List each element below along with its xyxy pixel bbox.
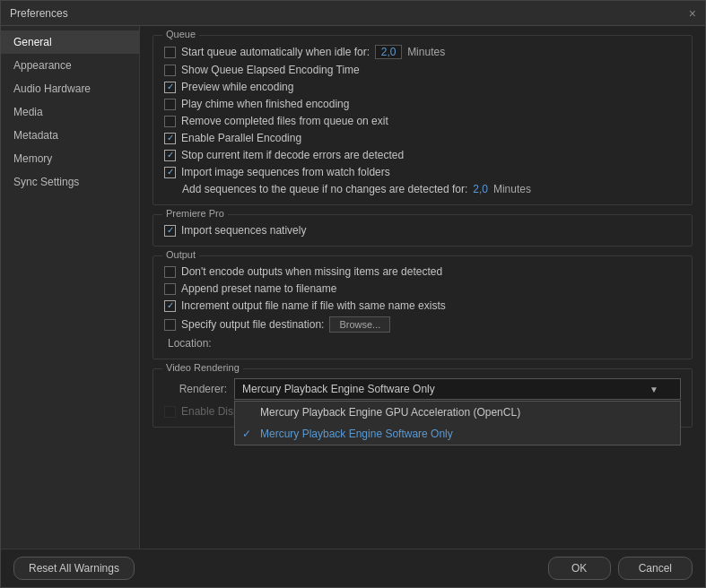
add-sequences-label: Add sequences to the queue if no changes…	[182, 183, 467, 195]
import-sequences-label: Import image sequences from watch folder…	[181, 166, 390, 178]
sidebar-item-metadata[interactable]: Metadata	[1, 124, 139, 147]
renderer-option-gpu[interactable]: Mercury Playback Engine GPU Acceleration…	[235, 402, 680, 423]
dialog-buttons: OK Cancel	[548, 557, 693, 580]
sidebar: General Appearance Audio Hardware Media …	[1, 26, 140, 549]
dont-encode-label: Don't encode outputs when missing items …	[181, 265, 442, 278]
add-sequences-row: Add sequences to the queue if no changes…	[182, 183, 681, 195]
sidebar-item-audio-hardware[interactable]: Audio Hardware	[1, 77, 139, 100]
stop-current-row: Stop current item if decode errors are d…	[164, 149, 681, 161]
add-sequences-value: 2,0	[473, 183, 488, 195]
output-section: Output Don't encode outputs when missing…	[153, 255, 693, 359]
stop-current-checkbox[interactable]	[164, 150, 176, 161]
import-sequences-checkbox[interactable]	[164, 167, 176, 178]
play-chime-label: Play chime when finished encoding	[181, 98, 349, 110]
gpu-option-label: Mercury Playback Engine GPU Acceleration…	[260, 406, 520, 419]
show-elapsed-row: Show Queue Elapsed Encoding Time	[164, 64, 681, 76]
window-title: Preferences	[10, 7, 68, 20]
renderer-current-value: Mercury Playback Engine Software Only	[242, 383, 435, 395]
cancel-button[interactable]: Cancel	[618, 557, 693, 580]
sidebar-item-media[interactable]: Media	[1, 100, 139, 124]
add-sequences-suffix: Minutes	[493, 183, 531, 195]
sidebar-item-sync-settings[interactable]: Sync Settings	[1, 170, 139, 194]
location-label: Location:	[168, 337, 212, 350]
renderer-dropdown-menu: Mercury Playback Engine GPU Acceleration…	[234, 401, 681, 445]
show-elapsed-label: Show Queue Elapsed Encoding Time	[181, 64, 360, 76]
play-chime-row: Play chime when finished encoding	[164, 98, 681, 110]
preview-encoding-row: Preview while encoding	[164, 81, 681, 93]
remove-completed-label: Remove completed files from queue on exi…	[181, 115, 388, 127]
dont-encode-row: Don't encode outputs when missing items …	[164, 265, 681, 278]
append-preset-label: Append preset name to filename	[181, 282, 336, 295]
reset-warnings-button[interactable]: Reset All Warnings	[13, 557, 135, 580]
renderer-dropdown[interactable]: Mercury Playback Engine Software Only ▼	[234, 378, 681, 400]
queue-section-title: Queue	[162, 29, 199, 39]
specify-dest-checkbox[interactable]	[164, 319, 176, 331]
renderer-row: Renderer: Mercury Playback Engine Softwa…	[164, 378, 681, 400]
start-queue-value[interactable]	[375, 45, 402, 59]
increment-output-row: Increment output file name if file with …	[164, 299, 681, 312]
dropdown-arrow-icon: ▼	[649, 385, 658, 394]
display-color-checkbox[interactable]	[164, 406, 176, 418]
import-natively-label: Import sequences natively	[181, 224, 306, 237]
browse-button[interactable]: Browse...	[329, 316, 390, 333]
play-chime-checkbox[interactable]	[164, 99, 176, 110]
preferences-window: Preferences × General Appearance Audio H…	[0, 0, 706, 588]
close-button[interactable]: ×	[689, 7, 696, 20]
premiere-section-title: Premiere Pro	[162, 208, 228, 219]
show-elapsed-checkbox[interactable]	[164, 65, 176, 76]
premiere-section: Premiere Pro Import sequences natively	[153, 214, 693, 246]
video-rendering-section: Video Rendering Renderer: Mercury Playba…	[153, 368, 693, 428]
start-queue-label: Start queue automatically when idle for:	[181, 46, 370, 58]
import-sequences-row: Import image sequences from watch folder…	[164, 166, 681, 178]
specify-dest-label: Specify output file destination:	[181, 318, 324, 331]
location-row: Location:	[164, 337, 681, 350]
stop-current-label: Stop current item if decode errors are d…	[181, 149, 404, 161]
remove-completed-row: Remove completed files from queue on exi…	[164, 115, 681, 127]
import-natively-checkbox[interactable]	[164, 225, 176, 237]
queue-section: Queue Start queue automatically when idl…	[153, 35, 693, 205]
gpu-check-placeholder	[242, 406, 255, 419]
main-content: Queue Start queue automatically when idl…	[140, 26, 705, 549]
append-preset-row: Append preset name to filename	[164, 282, 681, 295]
software-option-label: Mercury Playback Engine Software Only	[260, 428, 453, 440]
renderer-dropdown-container: Mercury Playback Engine Software Only ▼ …	[234, 378, 681, 400]
dont-encode-checkbox[interactable]	[164, 266, 176, 278]
ok-button[interactable]: OK	[548, 557, 611, 580]
software-check-mark: ✓	[242, 428, 255, 440]
renderer-option-software[interactable]: ✓ Mercury Playback Engine Software Only	[235, 423, 680, 445]
titlebar: Preferences ×	[1, 1, 705, 26]
append-preset-checkbox[interactable]	[164, 283, 176, 295]
increment-output-label: Increment output file name if file with …	[181, 299, 446, 312]
sidebar-item-general[interactable]: General	[1, 30, 139, 54]
import-natively-row: Import sequences natively	[164, 224, 681, 237]
start-queue-row: Start queue automatically when idle for:…	[164, 45, 681, 59]
content-area: General Appearance Audio Hardware Media …	[1, 26, 705, 549]
remove-completed-checkbox[interactable]	[164, 116, 176, 127]
preview-encoding-label: Preview while encoding	[181, 81, 293, 93]
output-section-title: Output	[162, 249, 199, 260]
video-rendering-title: Video Rendering	[162, 362, 243, 373]
start-queue-suffix: Minutes	[407, 46, 445, 58]
sidebar-item-memory[interactable]: Memory	[1, 147, 139, 170]
increment-output-checkbox[interactable]	[164, 300, 176, 312]
sidebar-item-appearance[interactable]: Appearance	[1, 54, 139, 77]
enable-parallel-label: Enable Parallel Encoding	[181, 132, 301, 144]
specify-dest-row: Specify output file destination: Browse.…	[164, 316, 681, 333]
start-queue-checkbox[interactable]	[164, 47, 176, 58]
preview-encoding-checkbox[interactable]	[164, 82, 176, 93]
bottom-bar: Reset All Warnings OK Cancel	[1, 549, 705, 587]
enable-parallel-row: Enable Parallel Encoding	[164, 132, 681, 144]
enable-parallel-checkbox[interactable]	[164, 133, 176, 144]
renderer-label: Renderer:	[164, 383, 227, 395]
